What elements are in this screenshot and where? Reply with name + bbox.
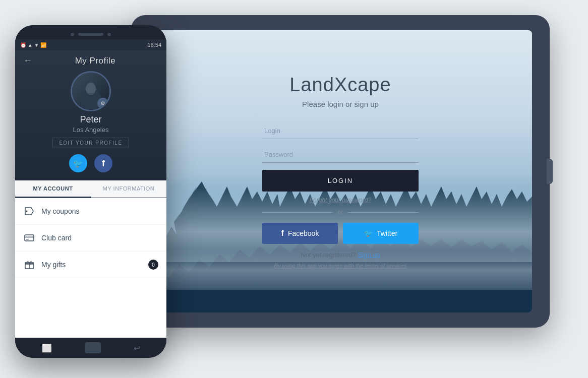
terms-text[interactable]: By using this app you agree with the ter…	[262, 263, 419, 269]
phone-status-bar: ⏰ ▲ ▼ 📶 16:54	[15, 39, 166, 50]
signup-link[interactable]: Sign up	[358, 251, 380, 259]
card-icon	[23, 232, 35, 244]
tablet-screen: LandXcape Please login or sign up LOGIN …	[149, 30, 532, 312]
phone-camera	[71, 33, 74, 36]
phone-bottom-bar: ⬜ ↩	[15, 338, 166, 358]
app-title: LandXcape	[262, 74, 419, 96]
profile-location: Los Angeles	[73, 126, 109, 134]
phone-screen: ⏰ ▲ ▼ 📶 16:54 ← My Profile	[15, 39, 166, 338]
settings-badge[interactable]: ⚙	[97, 98, 108, 109]
phone-recent-apps-button[interactable]: ⬜	[42, 343, 52, 353]
phone-sensor	[107, 33, 111, 36]
facebook-button-label: Facebook	[288, 229, 319, 237]
status-left-icons: ⏰ ▲ ▼ 📶	[20, 42, 46, 48]
profile-header: ← My Profile	[15, 50, 166, 180]
facebook-social-icon[interactable]: f	[94, 154, 112, 172]
tab-my-account[interactable]: MY ACCOUNT	[15, 180, 91, 198]
or-divider: or	[262, 209, 419, 216]
gifts-label: My gifts	[41, 261, 148, 269]
phone-top-bar	[15, 25, 166, 39]
twitter-login-button[interactable]: 🐦 Twitter	[343, 223, 419, 244]
user-avatar: ⚙	[71, 71, 111, 111]
login-form: LandXcape Please login or sign up LOGIN …	[262, 74, 419, 269]
twitter-button-label: Twitter	[377, 229, 397, 237]
social-buttons: f Facebook 🐦 Twitter	[262, 223, 419, 244]
twitter-social-icon[interactable]: 🐦	[69, 154, 87, 172]
back-button[interactable]: ←	[23, 55, 32, 66]
phone-back-button[interactable]: ↩	[134, 343, 140, 353]
profile-nav: ← My Profile	[23, 55, 158, 66]
profile-social-icons: 🐦 f	[69, 154, 112, 172]
gifts-badge: 0	[148, 260, 158, 270]
menu-item-clubcard[interactable]: Club card	[15, 225, 166, 251]
profile-nav-title: My Profile	[32, 56, 158, 66]
phone-speaker	[78, 33, 103, 36]
profile-menu: My coupons Club card	[15, 198, 166, 338]
coupon-icon	[23, 205, 35, 217]
menu-item-coupons[interactable]: My coupons	[15, 198, 166, 225]
svg-point-3	[26, 211, 28, 212]
profile-tabs: MY ACCOUNT MY INFORMATION	[15, 180, 166, 198]
clubcard-label: Club card	[41, 234, 158, 242]
profile-name: Peter	[80, 114, 101, 125]
or-line-left	[262, 212, 333, 213]
tablet-device: LandXcape Please login or sign up LOGIN …	[131, 15, 550, 328]
svg-rect-5	[25, 236, 34, 238]
status-time: 16:54	[147, 42, 161, 48]
or-text: or	[338, 209, 343, 216]
facebook-login-button[interactable]: f Facebook	[262, 223, 338, 244]
app-subtitle: Please login or sign up	[262, 100, 419, 108]
tablet-side-button	[547, 159, 553, 184]
edit-profile-button[interactable]: EDIT YOUR PROFILE	[52, 138, 129, 148]
coupons-label: My coupons	[41, 207, 158, 215]
password-input[interactable]	[262, 146, 419, 163]
facebook-icon: f	[281, 229, 284, 238]
phone-device: ⏰ ▲ ▼ 📶 16:54 ← My Profile	[15, 25, 166, 358]
login-input[interactable]	[262, 122, 419, 139]
login-button[interactable]: LOGIN	[262, 170, 419, 192]
forgot-password-link[interactable]: Forgot your password?	[262, 197, 419, 204]
not-registered-text: Not yet registered? Sign up	[262, 251, 419, 259]
phone-home-button[interactable]	[85, 342, 101, 353]
gift-icon	[23, 259, 35, 271]
tab-my-information[interactable]: MY INFORMATION	[91, 180, 166, 198]
svg-point-2	[86, 83, 96, 95]
menu-item-gifts[interactable]: My gifts 0	[15, 251, 166, 278]
twitter-icon: 🐦	[364, 229, 373, 237]
or-line-right	[348, 212, 419, 213]
svg-rect-6	[26, 239, 29, 240]
